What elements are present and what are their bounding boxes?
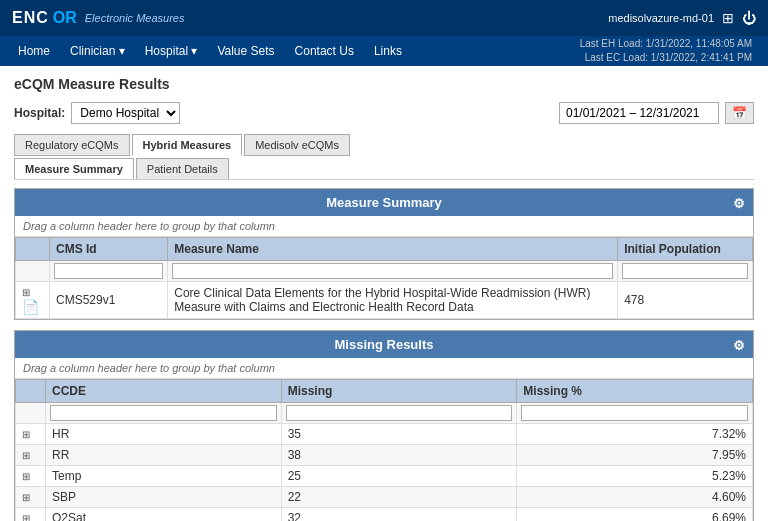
col-missing-pct: Missing % (517, 380, 753, 403)
nav-load-info: Last EH Load: 1/31/2022, 11:48:05 AM Las… (580, 37, 752, 65)
missing-results-header: Missing Results ⚙ (15, 331, 753, 358)
row-measure-name: Core Clinical Data Elements for the Hybr… (168, 282, 618, 319)
col-mr-expand (16, 380, 46, 403)
measure-summary-header-row: CMS Id Measure Name Initial Population (16, 238, 753, 261)
doc-icon: 📄 (22, 299, 39, 315)
hospital-selector: Hospital: Demo Hospital (14, 102, 180, 124)
row-expand-cell: ⊞ (16, 445, 46, 466)
second-tabs: Measure Summary Patient Details (14, 158, 754, 180)
missing-results-filter-row (16, 403, 753, 424)
measure-summary-gear-icon[interactable]: ⚙ (733, 195, 745, 210)
row-missing-pct: 4.60% (517, 487, 753, 508)
row-missing: 35 (281, 424, 517, 445)
row-ccde: Temp (46, 466, 282, 487)
filter-mr-expand-cell (16, 403, 46, 424)
nav-hospital[interactable]: Hospital ▾ (135, 38, 208, 64)
expand-icon[interactable]: ⊞ (22, 471, 30, 482)
main-nav: Home Clinician ▾ Hospital ▾ Value Sets C… (0, 36, 768, 66)
nav-clinician[interactable]: Clinician ▾ (60, 38, 135, 64)
col-missing: Missing (281, 380, 517, 403)
row-ccde: O2Sat (46, 508, 282, 522)
tab-patient-details[interactable]: Patient Details (136, 158, 229, 179)
row-missing-pct: 7.32% (517, 424, 753, 445)
table-row: ⊞ 📄 CMS529v1 Core Clinical Data Elements… (16, 282, 753, 319)
nav-home[interactable]: Home (8, 38, 60, 64)
hospital-dropdown[interactable]: Demo Hospital (71, 102, 180, 124)
row-missing: 22 (281, 487, 517, 508)
top-tabs: Regulatory eCQMs Hybrid Measures Medisol… (14, 134, 754, 156)
filter-missing[interactable] (286, 405, 513, 421)
row-missing: 32 (281, 508, 517, 522)
grid-icon[interactable]: ⊞ (722, 10, 734, 26)
row-missing-pct: 6.69% (517, 508, 753, 522)
missing-results-title: Missing Results (335, 337, 434, 352)
table-row: ⊞ Temp 25 5.23% (16, 466, 753, 487)
col-cms-id: CMS Id (50, 238, 168, 261)
header-username: medisolvazure-md-01 (608, 12, 714, 24)
filter-measure-name[interactable] (172, 263, 613, 279)
table-row: ⊞ O2Sat 32 6.69% (16, 508, 753, 522)
missing-results-section: Missing Results ⚙ Drag a column header h… (14, 330, 754, 521)
app-header: ENCOR Electronic Measures medisolvazure-… (0, 0, 768, 36)
last-ec-load: Last EC Load: 1/31/2022, 2:41:41 PM (580, 51, 752, 65)
hospital-label: Hospital: (14, 106, 65, 120)
row-ccde: RR (46, 445, 282, 466)
measure-summary-table: CMS Id Measure Name Initial Population ⊞… (15, 237, 753, 319)
missing-results-header-row: CCDE Missing Missing % (16, 380, 753, 403)
measure-summary-header: Measure Summary ⚙ (15, 189, 753, 216)
row-expand-cell: ⊞ (16, 487, 46, 508)
col-expand (16, 238, 50, 261)
row-ccde: HR (46, 424, 282, 445)
expand-icon[interactable]: ⊞ (22, 492, 30, 503)
row-missing-pct: 7.95% (517, 445, 753, 466)
missing-results-drag-hint: Drag a column header here to group by th… (15, 358, 753, 379)
tab-regulatory-ecqms[interactable]: Regulatory eCQMs (14, 134, 130, 156)
row-expand-cell: ⊞ (16, 508, 46, 522)
missing-results-gear-icon[interactable]: ⚙ (733, 337, 745, 352)
filter-initial-population[interactable] (622, 263, 748, 279)
hospital-row: Hospital: Demo Hospital 📅 (14, 102, 754, 124)
power-icon[interactable]: ⏻ (742, 10, 756, 26)
filter-missing-pct[interactable] (521, 405, 748, 421)
filter-cms-id[interactable] (54, 263, 163, 279)
row-expand-cell: ⊞ (16, 424, 46, 445)
row-ccde: SBP (46, 487, 282, 508)
filter-cms-id-cell (50, 261, 168, 282)
nav-value-sets[interactable]: Value Sets (207, 38, 284, 64)
logo-enc: ENC (12, 9, 49, 27)
filter-ccde-cell (46, 403, 282, 424)
tab-hybrid-measures[interactable]: Hybrid Measures (132, 134, 243, 156)
row-missing: 25 (281, 466, 517, 487)
filter-measure-name-cell (168, 261, 618, 282)
row-missing-pct: 5.23% (517, 466, 753, 487)
table-row: ⊞ SBP 22 4.60% (16, 487, 753, 508)
measure-summary-section: Measure Summary ⚙ Drag a column header h… (14, 188, 754, 320)
last-eh-load: Last EH Load: 1/31/2022, 11:48:05 AM (580, 37, 752, 51)
expand-icon[interactable]: ⊞ (22, 450, 30, 461)
filter-ccde[interactable] (50, 405, 277, 421)
measure-summary-filter-row (16, 261, 753, 282)
col-ccde: CCDE (46, 380, 282, 403)
logo-or: OR (53, 9, 77, 27)
filter-missing-cell (281, 403, 517, 424)
col-initial-population: Initial Population (618, 238, 753, 261)
expand-icon[interactable]: ⊞ (22, 429, 30, 440)
expand-icon[interactable]: ⊞ (22, 287, 30, 298)
logo-em: Electronic Measures (85, 12, 185, 24)
measure-summary-drag-hint: Drag a column header here to group by th… (15, 216, 753, 237)
calendar-button[interactable]: 📅 (725, 102, 754, 124)
row-initial-population: 478 (618, 282, 753, 319)
tab-measure-summary[interactable]: Measure Summary (14, 158, 134, 179)
nav-contact-us[interactable]: Contact Us (285, 38, 364, 64)
row-expand-cell: ⊞ (16, 466, 46, 487)
filter-initial-population-cell (618, 261, 753, 282)
table-row: ⊞ RR 38 7.95% (16, 445, 753, 466)
date-range-input[interactable] (559, 102, 719, 124)
col-measure-name: Measure Name (168, 238, 618, 261)
expand-icon[interactable]: ⊞ (22, 513, 30, 521)
app-logo: ENCOR Electronic Measures (12, 9, 184, 27)
missing-results-table: CCDE Missing Missing % ⊞ HR 35 7.32% (15, 379, 753, 521)
tab-medisolv-ecqms[interactable]: Medisolv eCQMs (244, 134, 350, 156)
nav-links[interactable]: Links (364, 38, 412, 64)
page-content: eCQM Measure Results Hospital: Demo Hosp… (0, 66, 768, 521)
